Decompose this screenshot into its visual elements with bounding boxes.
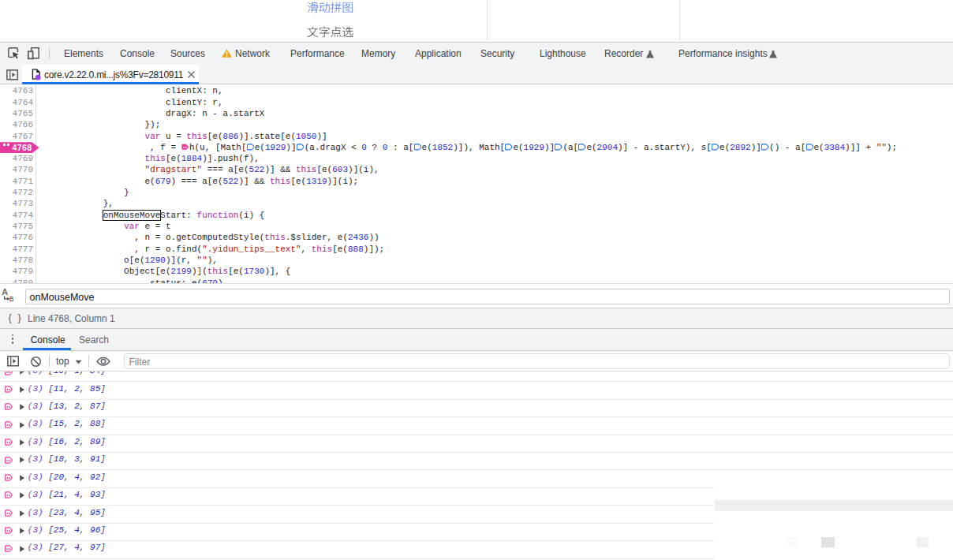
svg-text:A: A (2, 287, 9, 297)
svg-text:B: B (9, 296, 14, 303)
